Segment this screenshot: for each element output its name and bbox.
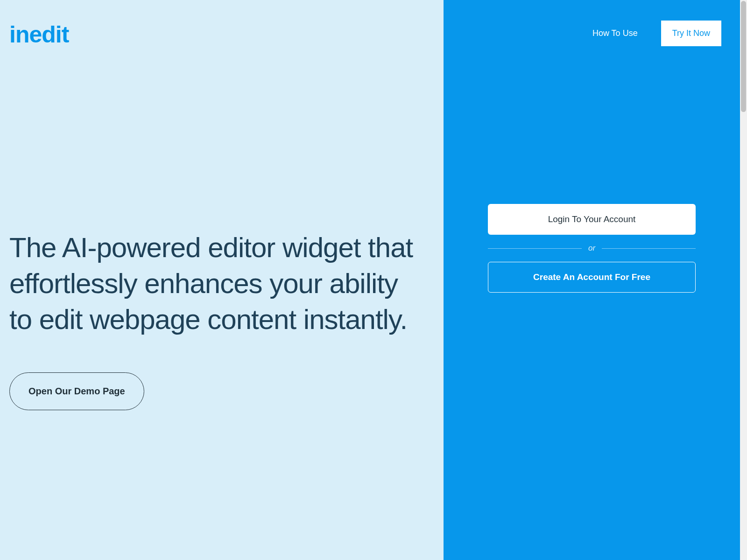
try-it-now-button[interactable]: Try It Now [661, 21, 721, 46]
or-text: or [588, 244, 595, 253]
open-demo-button[interactable]: Open Our Demo Page [9, 372, 144, 410]
or-divider: or [488, 244, 696, 253]
header-nav: How To Use Try It Now [592, 21, 721, 46]
scrollbar-track[interactable] [740, 0, 747, 560]
auth-container: Login To Your Account or Create An Accou… [488, 204, 696, 293]
create-account-button[interactable]: Create An Account For Free [488, 262, 696, 293]
divider-line-left [488, 248, 582, 249]
hero-headline: The AI-powered editor widget that effort… [9, 230, 420, 337]
brand-logo: inedit [9, 21, 434, 48]
right-auth-panel: How To Use Try It Now Login To Your Acco… [444, 0, 740, 560]
login-button[interactable]: Login To Your Account [488, 204, 696, 235]
left-hero-panel: inedit The AI-powered editor widget that… [0, 0, 444, 560]
how-to-use-link[interactable]: How To Use [592, 28, 638, 38]
divider-line-right [602, 248, 696, 249]
scrollbar-thumb[interactable] [741, 1, 746, 112]
